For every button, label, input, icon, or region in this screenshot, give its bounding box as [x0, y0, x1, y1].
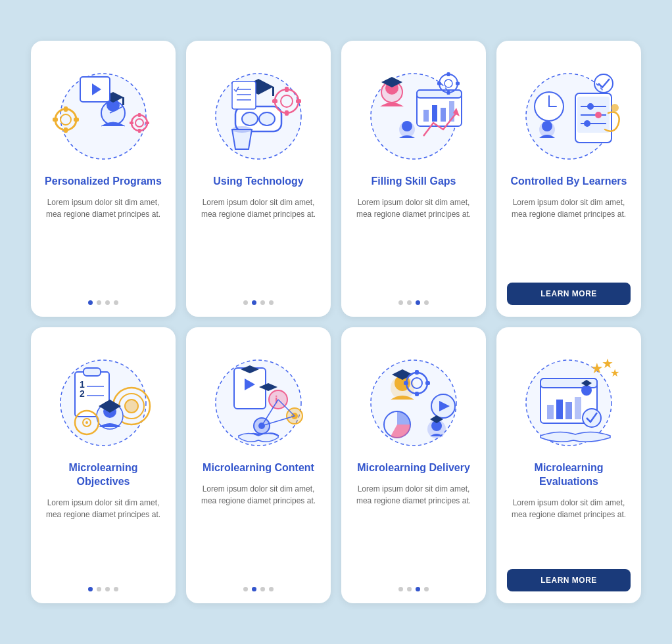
dot-2: [407, 587, 412, 591]
card-microlearning-content: i Microlearning Content Lorem ipsum dolo…: [186, 327, 331, 603]
svg-text:★: ★: [610, 367, 619, 379]
card-icon-microlearning-delivery: [358, 340, 469, 452]
svg-point-23: [259, 112, 275, 126]
svg-point-65: [611, 104, 619, 112]
svg-rect-4: [64, 127, 68, 133]
svg-point-130: [583, 409, 601, 427]
svg-point-32: [232, 126, 252, 133]
svg-rect-30: [296, 99, 301, 103]
card-desc-using-technology: Lorem ipsum dolor sit dim amet, mea regi…: [197, 196, 320, 291]
svg-rect-74: [84, 368, 101, 376]
card-desc-microlearning-evaluations: Lorem ipsum dolor sit dim amet, mea regi…: [507, 497, 631, 560]
svg-rect-40: [423, 110, 429, 122]
dot-3: [416, 300, 420, 305]
card-controlled-by-learners: Controlled By Learners Lorem ipsum dolor…: [496, 41, 641, 317]
svg-rect-5: [74, 118, 79, 122]
card-dots-microlearning-objectives: [88, 587, 118, 591]
dot-4: [114, 300, 118, 305]
card-dots-personalized-programs: [88, 300, 118, 305]
svg-rect-122: [556, 400, 563, 419]
svg-rect-108: [415, 370, 419, 375]
svg-point-71: [594, 74, 613, 93]
svg-rect-16: [122, 97, 124, 105]
svg-point-125: [581, 385, 592, 396]
svg-rect-124: [575, 397, 581, 419]
card-icon-filling-skill-gaps: [358, 54, 469, 166]
card-icon-microlearning-objectives: 1 2: [47, 340, 159, 452]
svg-rect-25: [272, 87, 274, 96]
svg-point-60: [587, 103, 594, 110]
card-desc-personalized-programs: Lorem ipsum dolor sit dim amet, mea regi…: [41, 196, 165, 291]
card-filling-skill-gaps: Filling Skill Gaps Lorem ipsum dolor sit…: [341, 41, 486, 317]
svg-rect-121: [547, 405, 554, 419]
card-desc-microlearning-delivery: Lorem ipsum dolor sit dim amet, mea regi…: [352, 483, 475, 578]
dot-1: [398, 300, 403, 305]
svg-point-81: [125, 400, 138, 413]
learn-more-button-controlled[interactable]: LEARN MORE: [507, 283, 631, 305]
card-personalized-programs: Personalized Programs Lorem ipsum dolor …: [31, 41, 176, 317]
dot-2: [252, 587, 256, 591]
card-dots-filling-skill-gaps: [398, 300, 429, 305]
svg-rect-31: [272, 99, 277, 103]
card-dots-microlearning-content: [243, 587, 274, 591]
svg-point-48: [444, 80, 452, 87]
svg-rect-10: [138, 129, 141, 133]
dot-2: [97, 300, 101, 305]
svg-rect-29: [285, 110, 289, 116]
dot-2: [97, 587, 101, 591]
dot-1: [243, 587, 248, 591]
card-using-technology: Using Technology Lorem ipsum dolor sit d…: [186, 41, 331, 317]
card-title-using-technology: Using Technology: [213, 175, 303, 189]
card-microlearning-evaluations: ★ ★ ★ Microlearning Evaluations Lorem ip…: [496, 327, 641, 603]
card-desc-microlearning-objectives: Lorem ipsum dolor sit dim amet, mea regi…: [41, 497, 165, 578]
svg-rect-9: [138, 113, 141, 117]
dot-4: [114, 587, 118, 591]
card-microlearning-objectives: 1 2 Microlearning Objectives: [31, 327, 176, 603]
dot-1: [88, 587, 93, 591]
card-title-microlearning-content: Microlearning Content: [203, 461, 314, 475]
card-desc-microlearning-content: Lorem ipsum dolor sit dim amet, mea regi…: [197, 483, 320, 578]
dot-3: [105, 587, 110, 591]
svg-point-62: [595, 112, 602, 118]
svg-rect-109: [415, 392, 419, 396]
dot-3: [260, 587, 265, 591]
svg-rect-111: [404, 381, 408, 385]
learn-more-button-evaluations[interactable]: LEARN MORE: [507, 569, 631, 591]
svg-point-64: [584, 120, 590, 127]
dot-3: [416, 587, 420, 591]
svg-rect-41: [432, 105, 437, 122]
svg-rect-6: [53, 118, 58, 122]
svg-point-87: [85, 421, 88, 424]
dot-4: [424, 300, 429, 305]
svg-rect-51: [456, 82, 460, 85]
card-microlearning-delivery: Microlearning Delivery Lorem ipsum dolor…: [341, 327, 486, 603]
card-title-microlearning-delivery: Microlearning Delivery: [357, 461, 470, 475]
card-icon-microlearning-evaluations: ★ ★ ★: [513, 340, 625, 452]
svg-rect-28: [285, 87, 289, 92]
card-grid: Personalized Programs Lorem ipsum dolor …: [31, 41, 641, 603]
dot-4: [424, 587, 429, 591]
card-icon-using-technology: [203, 54, 314, 166]
card-title-microlearning-objectives: Microlearning Objectives: [41, 461, 165, 489]
dot-1: [398, 587, 403, 591]
dot-1: [243, 300, 248, 305]
svg-rect-49: [447, 72, 450, 76]
card-icon-microlearning-content: i: [203, 340, 314, 452]
dot-4: [269, 587, 274, 591]
svg-point-54: [402, 121, 412, 131]
svg-rect-11: [145, 122, 149, 124]
svg-rect-89: [234, 368, 266, 409]
dot-3: [105, 300, 110, 305]
dot-3: [260, 300, 265, 305]
dot-1: [88, 300, 93, 305]
card-desc-filling-skill-gaps: Lorem ipsum dolor sit dim amet, mea regi…: [352, 196, 475, 291]
dot-2: [252, 300, 256, 305]
card-dots-microlearning-delivery: [398, 587, 429, 591]
dot-4: [269, 300, 274, 305]
dot-2: [407, 300, 412, 305]
svg-rect-52: [437, 82, 441, 85]
svg-point-22: [242, 112, 258, 126]
svg-rect-42: [441, 108, 446, 122]
svg-rect-12: [130, 122, 133, 124]
svg-rect-110: [425, 381, 430, 385]
